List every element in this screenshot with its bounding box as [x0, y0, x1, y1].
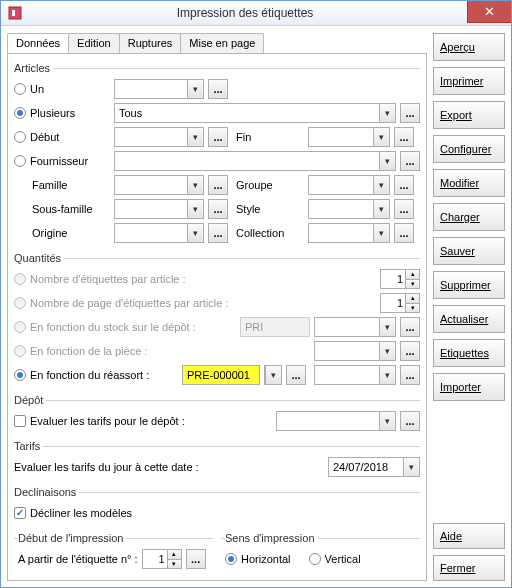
label-sousfamille: Sous-famille [32, 203, 93, 215]
browse-un[interactable]: ... [208, 79, 228, 99]
tab-donnees[interactable]: Données [7, 33, 69, 53]
browse-groupe[interactable]: ... [394, 175, 414, 195]
export-button[interactable]: Export [433, 101, 505, 129]
label-origine: Origine [32, 227, 67, 239]
chevron-down-icon[interactable] [187, 176, 203, 194]
combo-debut[interactable] [114, 127, 204, 147]
combo-famille[interactable] [114, 175, 204, 195]
spin-nb-article[interactable]: 1▴▾ [380, 269, 420, 289]
chevron-down-icon[interactable] [373, 176, 389, 194]
combo-origine[interactable] [114, 223, 204, 243]
combo-depot[interactable] [276, 411, 396, 431]
radio-fournisseur[interactable] [14, 155, 26, 167]
combo-sousfamille[interactable] [114, 199, 204, 219]
importer-button[interactable]: Importer [433, 373, 505, 401]
chevron-down-icon[interactable] [187, 80, 203, 98]
app-icon [7, 5, 23, 21]
chevron-down-icon[interactable] [379, 152, 395, 170]
chevron-down-icon[interactable] [403, 458, 419, 476]
sauver-button[interactable]: Sauver [433, 237, 505, 265]
browse-piece[interactable]: ... [400, 341, 420, 361]
chevron-down-icon[interactable] [187, 200, 203, 218]
chevron-down-icon[interactable] [265, 366, 281, 384]
combo-stock-2[interactable] [314, 317, 396, 337]
chevron-down-icon[interactable] [379, 318, 395, 336]
chevron-down-icon[interactable] [379, 104, 395, 122]
radio-piece [14, 345, 26, 357]
charger-button[interactable]: Charger [433, 203, 505, 231]
radio-horizontal[interactable] [225, 553, 237, 565]
radio-vertical[interactable] [309, 553, 321, 565]
browse-sousfamille[interactable]: ... [208, 199, 228, 219]
svg-rect-1 [12, 10, 15, 16]
chk-eval-depot[interactable] [14, 415, 26, 427]
combo-fin[interactable] [308, 127, 390, 147]
combo-plusieurs[interactable]: Tous [114, 103, 396, 123]
browse-debut[interactable]: ... [208, 127, 228, 147]
legend-debut-impression: Début de l'impression [18, 532, 126, 544]
combo-piece[interactable] [314, 341, 396, 361]
aide-button[interactable]: Aide [433, 523, 505, 549]
supprimer-button[interactable]: Supprimer [433, 271, 505, 299]
fermer-button[interactable]: Fermer [433, 555, 505, 581]
chevron-down-icon[interactable] [373, 128, 389, 146]
actualiser-button[interactable]: Actualiser [433, 305, 505, 333]
modifier-button[interactable]: Modifier [433, 169, 505, 197]
etiquettes-button[interactable]: Etiquettes [433, 339, 505, 367]
chk-decliner[interactable] [14, 507, 26, 519]
radio-plusieurs[interactable] [14, 107, 26, 119]
configurer-button[interactable]: Configurer [433, 135, 505, 163]
close-button[interactable]: ✕ [467, 1, 511, 23]
combo-collection[interactable] [308, 223, 390, 243]
browse-depot[interactable]: ... [400, 411, 420, 431]
browse-fournisseur[interactable]: ... [400, 151, 420, 171]
chevron-down-icon[interactable] [379, 342, 395, 360]
label-apartir: A partir de l'étiquette n° : [18, 553, 138, 565]
group-sens-impression: Sens d'impression Horizontal Vertical [221, 532, 420, 574]
browse-etiquette-no[interactable]: ... [186, 549, 206, 569]
browse-origine[interactable]: ... [208, 223, 228, 243]
imprimer-button[interactable]: Imprimer [433, 67, 505, 95]
label-fin: Fin [232, 131, 304, 143]
combo-un[interactable] [114, 79, 204, 99]
combo-groupe[interactable] [308, 175, 390, 195]
browse-style[interactable]: ... [394, 199, 414, 219]
chevron-down-icon[interactable] [187, 224, 203, 242]
apercu-button[interactable]: Aperçu [433, 33, 505, 61]
tab-mise-en-page[interactable]: Mise en page [180, 33, 264, 53]
tab-ruptures[interactable]: Ruptures [119, 33, 182, 53]
group-articles: Articles Un ... Plusieurs Tous ... Début [14, 62, 420, 246]
chevron-down-icon[interactable] [373, 200, 389, 218]
combo-fournisseur[interactable] [114, 151, 396, 171]
label-decliner: Décliner les modèles [30, 507, 132, 519]
date-picker[interactable]: 24/07/2018 [328, 457, 420, 477]
chevron-down-icon[interactable] [379, 366, 395, 384]
legend-depot: Dépôt [14, 394, 46, 406]
chevron-down-icon[interactable] [373, 224, 389, 242]
chevron-down-icon[interactable] [379, 412, 395, 430]
spin-etiquette-no[interactable]: 1▴▾ [142, 549, 182, 569]
spin-nb-page[interactable]: 1▴▾ [380, 293, 420, 313]
label-eval-depot: Evaluer les tarifs pour le dépôt : [30, 415, 272, 427]
browse-reassort-2[interactable]: ... [400, 365, 420, 385]
combo-reassort-2[interactable] [314, 365, 396, 385]
browse-fin[interactable]: ... [394, 127, 414, 147]
radio-debut[interactable] [14, 131, 26, 143]
radio-reassort[interactable] [14, 369, 26, 381]
radio-stock [14, 321, 26, 333]
group-depot: Dépôt Evaluer les tarifs pour le dépôt :… [14, 394, 420, 434]
combo-reassort-dd[interactable] [264, 365, 282, 385]
browse-reassort-1[interactable]: ... [286, 365, 306, 385]
browse-plusieurs[interactable]: ... [400, 103, 420, 123]
chevron-down-icon[interactable] [187, 128, 203, 146]
group-tarifs: Tarifs Evaluer les tarifs du jour à cett… [14, 440, 420, 480]
tab-edition[interactable]: Edition [68, 33, 120, 53]
browse-stock[interactable]: ... [400, 317, 420, 337]
browse-famille[interactable]: ... [208, 175, 228, 195]
label-eval-date: Evaluer les tarifs du jour à cette date … [14, 461, 324, 473]
combo-reassort-val[interactable]: PRE-000001 [182, 365, 260, 385]
radio-nb-article [14, 273, 26, 285]
browse-collection[interactable]: ... [394, 223, 414, 243]
combo-style[interactable] [308, 199, 390, 219]
radio-un[interactable] [14, 83, 26, 95]
